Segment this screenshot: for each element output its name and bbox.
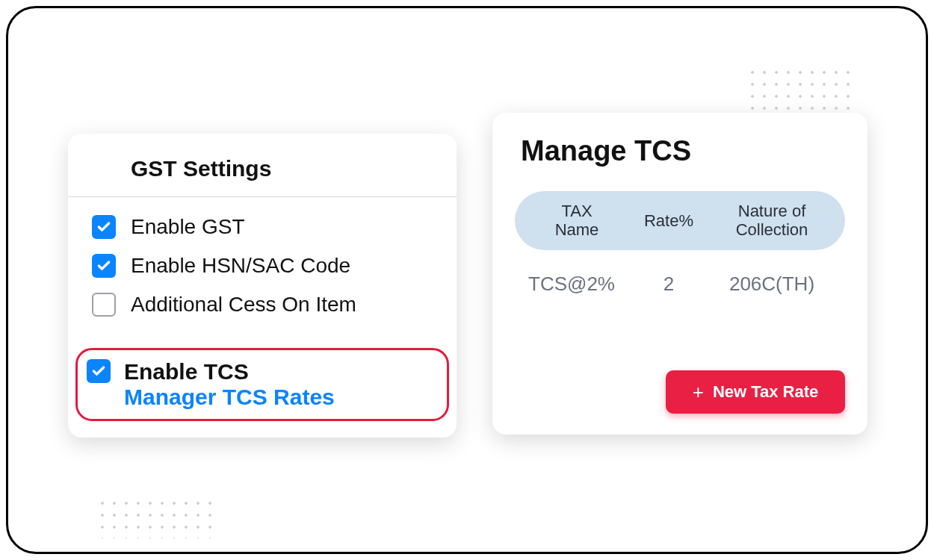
gst-settings-card: GST Settings Enable GST Enable HSN/SAC C… — [68, 134, 457, 438]
column-header-text: TAX — [561, 202, 592, 220]
column-header-text: Name — [555, 220, 599, 239]
checkbox-enable-tcs[interactable] — [87, 359, 111, 383]
settings-list: Enable GST Enable HSN/SAC Code Additiona… — [68, 197, 457, 332]
new-tax-rate-label: New Tax Rate — [713, 382, 818, 402]
column-header-nature: Nature of Collection — [712, 202, 832, 240]
setting-row-enable-hsn-sac: Enable HSN/SAC Code — [86, 246, 439, 285]
checkbox-additional-cess[interactable] — [92, 293, 116, 317]
table-row[interactable]: TCS@2% 2 206C(TH) — [515, 250, 845, 303]
check-icon — [96, 220, 111, 234]
column-header-text: Collection — [736, 220, 808, 239]
cell-tax-name: TCS@2% — [528, 273, 625, 296]
cell-nature: 206C(TH) — [712, 273, 832, 296]
setting-row-additional-cess: Additional Cess On Item — [86, 285, 439, 324]
checkbox-enable-hsn-sac[interactable] — [92, 254, 116, 278]
decorative-dots — [96, 497, 216, 538]
manage-tcs-card: Manage TCS TAX Name Rate% Nature of Coll… — [492, 113, 867, 435]
check-icon — [91, 364, 106, 379]
new-tax-rate-button[interactable]: + New Tax Rate — [666, 370, 845, 414]
column-header-rate: Rate% — [625, 211, 712, 230]
checkbox-enable-gst[interactable] — [92, 215, 116, 239]
check-icon — [96, 258, 111, 273]
column-header-text: Nature of — [738, 202, 806, 220]
enable-tcs-highlight: Enable TCS Manager TCS Rates — [75, 348, 449, 421]
decorative-dots — [746, 66, 859, 119]
tcs-table-header: TAX Name Rate% Nature of Collection — [515, 191, 845, 250]
cell-rate: 2 — [625, 273, 712, 296]
gst-settings-title: GST Settings — [68, 152, 457, 197]
setting-label: Enable HSN/SAC Code — [131, 254, 350, 278]
column-header-tax-name: TAX Name — [528, 202, 625, 240]
manage-tcs-title: Manage TCS — [515, 135, 845, 167]
setting-label: Additional Cess On Item — [131, 293, 356, 317]
enable-tcs-text: Enable TCS Manager TCS Rates — [124, 359, 335, 410]
plus-icon: + — [693, 382, 704, 402]
setting-label: Enable GST — [131, 215, 245, 239]
setting-row-enable-gst: Enable GST — [86, 208, 439, 246]
enable-tcs-label: Enable TCS — [124, 359, 335, 385]
manage-tcs-rates-link[interactable]: Manager TCS Rates — [124, 385, 335, 410]
app-frame: GST Settings Enable GST Enable HSN/SAC C… — [6, 6, 928, 554]
